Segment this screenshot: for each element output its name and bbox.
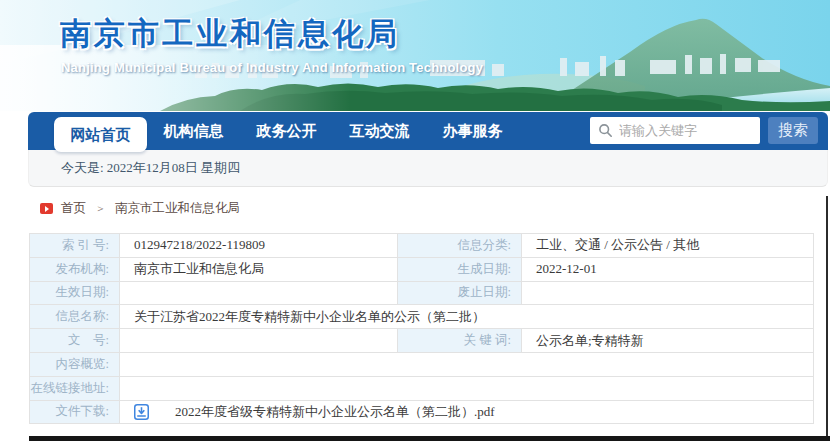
abolish-date-label: 废止日期: [398,281,522,305]
issuing-agency-value: 南京市工业和信息化局 [120,257,398,281]
breadcrumb: 首页 ＞ 南京市工业和信息化局 [40,200,240,217]
doc-number-value [120,329,398,353]
info-category-value: 工业、交通 / 公示公告 / 其他 [522,234,814,258]
row-info-name: 信息名称: 关于江苏省2022年度专精特新中小企业名单的公示（第二批） [30,305,814,329]
info-name-value: 关于江苏省2022年度专精特新中小企业名单的公示（第二批） [120,305,814,329]
current-date-text: 今天是: 2022年12月08日 星期四 [61,159,240,177]
online-link-label: 在线链接地址: [30,376,120,400]
breadcrumb-arrow-icon [40,203,53,214]
tab-org-info[interactable]: 机构信息 [147,112,240,150]
date-row: 今天是: 2022年12月08日 星期四 [28,150,828,187]
site-title: 南京市工业和信息化局 [60,13,400,55]
info-category-label: 信息分类: [398,234,522,258]
row-doc-number: 文 号: 关 键 词: 公示名单;专精特新 [30,329,814,353]
header-banner: 南京市工业和信息化局 Nanjing Municipal Bureau of I… [0,0,830,111]
window-right-edge [826,196,828,436]
tab-services[interactable]: 办事服务 [426,112,519,150]
effective-date-label: 生效日期: [30,281,120,305]
file-download-cell: 2022年度省级专精特新中小企业公示名单（第二批）.pdf [120,400,814,424]
tab-home[interactable]: 网站首页 [54,117,147,152]
content-overview-value [120,352,814,376]
file-download-label: 文件下载: [30,400,120,424]
search-input[interactable] [590,117,760,144]
tab-interaction[interactable]: 互动交流 [333,112,426,150]
generate-date-label: 生成日期: [398,257,522,281]
window-bottom-edge [29,436,830,441]
document-info-table: 索 引 号: 012947218/2022-119809 信息分类: 工业、交通… [29,233,814,424]
row-content-overview: 内容概览: [30,352,814,376]
file-download-filename: 2022年度省级专精特新中小企业公示名单（第二批）.pdf [175,403,495,421]
breadcrumb-home-link[interactable]: 首页 [61,200,86,217]
breadcrumb-separator: ＞ [95,201,106,216]
row-effective-date: 生效日期: 废止日期: [30,281,814,305]
row-online-link: 在线链接地址: [30,376,814,400]
search-button[interactable]: 搜索 [768,117,818,144]
effective-date-value [120,281,398,305]
row-file-download: 文件下载: 2022年度省级专精特新中小企业公示名单（第二批）.pdf [30,400,814,424]
info-name-label: 信息名称: [30,305,120,329]
tab-gov-disclosure[interactable]: 政务公开 [240,112,333,150]
search-icon [598,123,613,138]
nav-card: 网站首页 机构信息 政务公开 互动交流 办事服务 搜索 今天是: 2022年12… [28,112,828,187]
keywords-value: 公示名单;专精特新 [522,329,814,353]
search-area: 搜索 [590,117,818,144]
keywords-label: 关 键 词: [398,329,522,353]
abolish-date-value [522,281,814,305]
generate-date-value: 2022-12-01 [522,257,814,281]
download-icon [134,404,149,420]
index-number-value: 012947218/2022-119809 [120,234,398,258]
doc-number-label: 文 号: [30,329,120,353]
site-subtitle-english: Nanjing Municipal Bureau of Industry And… [61,60,483,75]
search-input-wrap [590,117,760,144]
content-overview-label: 内容概览: [30,352,120,376]
row-issuing-agency: 发布机构: 南京市工业和信息化局 生成日期: 2022-12-01 [30,257,814,281]
row-index-number: 索 引 号: 012947218/2022-119809 信息分类: 工业、交通… [30,234,814,258]
index-number-label: 索 引 号: [30,234,120,258]
file-download-link[interactable]: 2022年度省级专精特新中小企业公示名单（第二批）.pdf [134,403,813,421]
issuing-agency-label: 发布机构: [30,257,120,281]
main-navigation: 网站首页 机构信息 政务公开 互动交流 办事服务 搜索 [28,112,828,150]
breadcrumb-current[interactable]: 南京市工业和信息化局 [115,200,240,217]
online-link-value [120,376,814,400]
